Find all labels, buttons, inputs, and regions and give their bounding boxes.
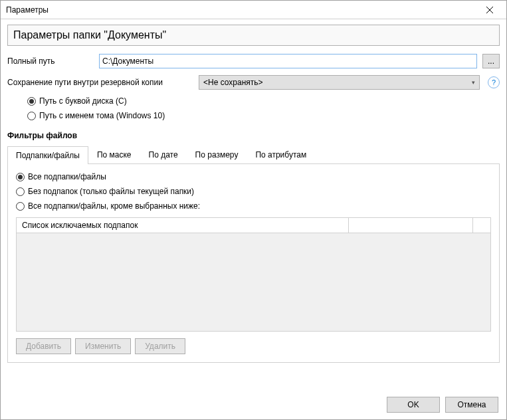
radio-volume-name[interactable] — [27, 112, 36, 120]
tab-by-size[interactable]: По размеру — [187, 146, 247, 163]
help-icon[interactable]: ? — [488, 76, 500, 88]
chevron-down-icon: ▾ — [472, 79, 475, 86]
column-excluded-subfolders[interactable]: Список исключаемых подпапок — [17, 218, 349, 233]
window-title: Параметры — [6, 5, 476, 15]
savepath-select[interactable]: <Не сохранять> ▾ — [199, 75, 480, 90]
titlebar: Параметры — [1, 1, 506, 19]
exclude-table: Список исключаемых подпапок — [16, 217, 491, 332]
tabs: Подпапки/файлы По маске По дате По разме… — [7, 146, 500, 164]
fullpath-input[interactable] — [99, 54, 477, 68]
edit-button[interactable]: Изменить — [75, 338, 131, 354]
savepath-select-value: <Не сохранять> — [203, 78, 263, 87]
radio-all-subfolders-label[interactable]: Все подпапки/файлы — [28, 172, 106, 181]
tab-content: Все подпапки/файлы Без подпапок (только … — [7, 164, 500, 363]
cancel-button[interactable]: Отмена — [445, 397, 498, 413]
column-spacer-1[interactable] — [349, 218, 473, 233]
radio-volume-name-label[interactable]: Путь с именем тома (Windows 10) — [39, 111, 165, 120]
table-header: Список исключаемых подпапок — [17, 218, 490, 233]
page-heading: Параметры папки "Документы" — [7, 25, 500, 46]
tab-subfolders[interactable]: Подпапки/файлы — [7, 146, 88, 164]
filters-title: Фильтры файлов — [7, 131, 500, 140]
radio-no-subfolders-label[interactable]: Без подпапок (только файлы текущей папки… — [28, 187, 194, 196]
radio-exclude-selected[interactable] — [16, 202, 25, 211]
fullpath-label: Полный путь — [7, 56, 94, 66]
savepath-label: Сохранение пути внутри резервной копии — [7, 78, 193, 87]
page-heading-text: Параметры папки "Документы" — [13, 29, 166, 41]
close-button[interactable] — [476, 1, 504, 19]
radio-no-subfolders[interactable] — [16, 187, 25, 196]
add-button[interactable]: Добавить — [16, 338, 71, 354]
column-spacer-2[interactable] — [473, 218, 490, 233]
radio-all-subfolders[interactable] — [16, 173, 25, 181]
tab-by-attributes[interactable]: По атрибутам — [247, 146, 315, 163]
radio-drive-letter-label[interactable]: Путь с буквой диска (C) — [39, 96, 127, 106]
close-icon — [486, 7, 493, 13]
tab-by-date[interactable]: По дате — [140, 146, 187, 163]
ok-button[interactable]: OK — [387, 397, 440, 413]
browse-button[interactable]: ... — [482, 54, 500, 68]
radio-exclude-selected-label[interactable]: Все подпапки/файлы, кроме выбранных ниже… — [28, 201, 200, 211]
delete-button[interactable]: Удалить — [135, 338, 185, 354]
tab-by-mask[interactable]: По маске — [88, 146, 140, 163]
radio-drive-letter[interactable] — [27, 97, 36, 106]
